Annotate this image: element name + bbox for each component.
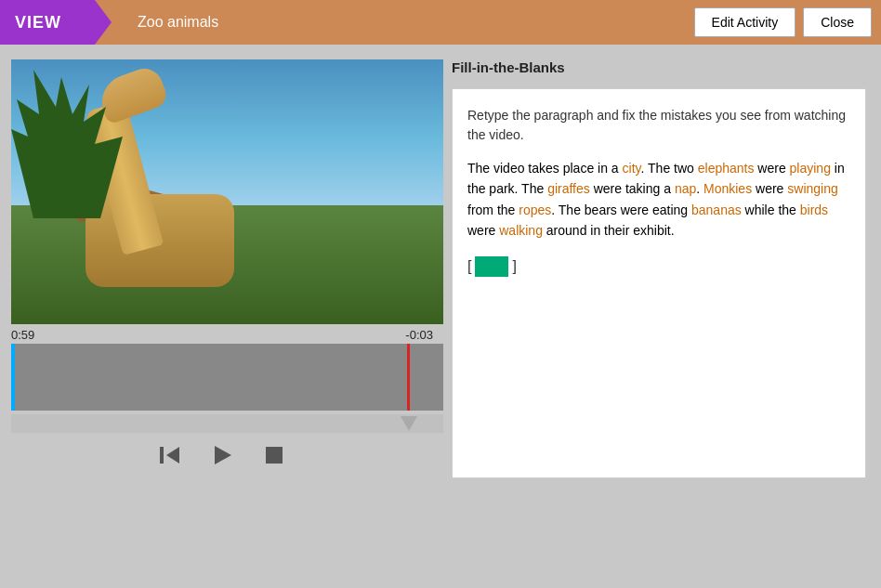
- wrong-word-city: city: [623, 161, 641, 176]
- playback-controls: [11, 433, 433, 474]
- skip-back-button[interactable]: [157, 442, 183, 468]
- current-time: 0:59: [11, 328, 34, 342]
- svg-marker-1: [166, 447, 179, 464]
- answer-input-box[interactable]: [475, 256, 508, 277]
- main-content: 0:59 -0:03: [0, 45, 881, 588]
- video-frame: [11, 59, 443, 324]
- bracket-open: [: [467, 258, 471, 275]
- paragraph-text: The video takes place in a city. The two…: [467, 158, 850, 242]
- wrong-word-walking: walking: [499, 223, 543, 238]
- scrubber-handle[interactable]: [401, 416, 417, 431]
- remaining-time: -0:03: [405, 328, 433, 342]
- instruction-text: Retype the paragraph and fix the mistake…: [467, 106, 850, 145]
- scrubber-handle-track[interactable]: [11, 414, 443, 433]
- svg-rect-0: [160, 447, 164, 464]
- wrong-word-birds: birds: [800, 203, 828, 217]
- play-icon: [209, 442, 235, 468]
- top-bar-actions: Edit Activity Close: [694, 7, 872, 37]
- view-tab[interactable]: VIEW: [0, 0, 112, 45]
- wrong-word-playing: playing: [790, 161, 831, 176]
- top-bar: VIEW Zoo animals Edit Activity Close: [0, 0, 881, 45]
- close-button[interactable]: Close: [803, 7, 872, 37]
- stop-button[interactable]: [261, 442, 287, 468]
- section-title: Fill-in-the-Blanks: [452, 59, 866, 75]
- svg-marker-2: [215, 446, 231, 464]
- wrong-word-nap: nap: [675, 181, 696, 196]
- scrubber-progress-bar: [11, 344, 15, 411]
- activity-title: Zoo animals: [138, 14, 218, 31]
- play-button[interactable]: [209, 442, 235, 468]
- time-display: 0:59 -0:03: [11, 324, 433, 344]
- edit-activity-button[interactable]: Edit Activity: [694, 7, 796, 37]
- activity-box: Retype the paragraph and fix the mistake…: [452, 88, 866, 478]
- bracket-close: ]: [512, 258, 516, 275]
- scrubber-position-line: [407, 344, 410, 411]
- answer-area: [ ]: [467, 256, 850, 277]
- video-panel: 0:59 -0:03: [0, 45, 444, 588]
- stop-icon: [261, 442, 287, 468]
- right-panel: Fill-in-the-Blanks Retype the paragraph …: [444, 45, 881, 588]
- wrong-word-giraffes: giraffes: [547, 181, 590, 196]
- wrong-word-ropes: ropes: [519, 203, 551, 217]
- view-tab-label: VIEW: [15, 13, 61, 33]
- scrubber-area[interactable]: [11, 344, 443, 411]
- video-display: [11, 59, 443, 324]
- wrong-word-monkies: Monkies: [703, 181, 752, 196]
- svg-rect-3: [266, 447, 283, 464]
- wrong-word-swinging: swinging: [787, 181, 837, 196]
- wrong-word-elephants: elephants: [698, 161, 755, 176]
- wrong-word-bananas: bananas: [691, 203, 742, 217]
- skip-back-icon: [157, 442, 183, 468]
